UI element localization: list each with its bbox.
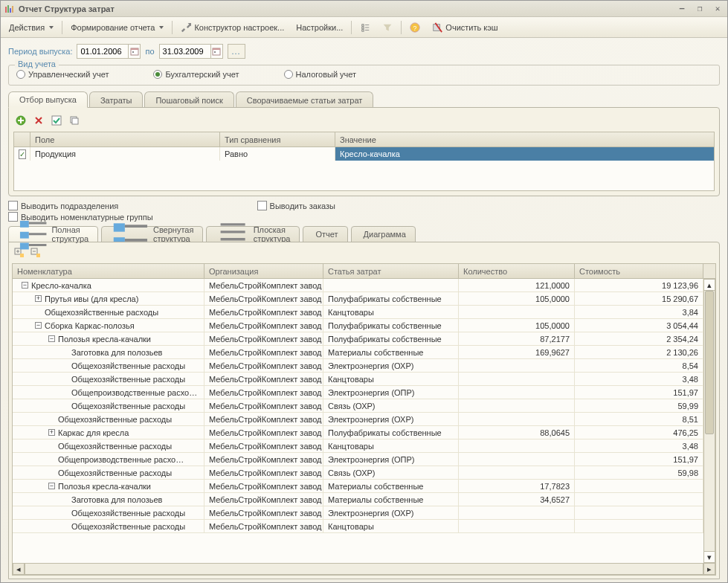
copy-button[interactable] — [67, 113, 82, 128]
cell-cost-item[interactable]: Канцтовары — [323, 373, 459, 385]
cell-organization[interactable]: МебельСтройКомплект завод — [204, 373, 323, 385]
cell-nomenclature[interactable]: −Сборка Каркас-полозья — [13, 319, 204, 332]
cell-quantity[interactable]: 105,0000 — [459, 319, 575, 332]
cell-organization[interactable]: МебельСтройКомплект завод — [204, 453, 323, 466]
filter-row-value[interactable]: Кресло-качалка — [335, 147, 714, 161]
cell-nomenclature[interactable]: Общепроизводственные расхо… — [13, 453, 204, 466]
cell-cost-item[interactable]: Материалы собственные — [323, 480, 459, 492]
collapse-icon[interactable]: − — [22, 282, 28, 289]
filter-row[interactable]: ✓ Продукция Равно Кресло-качалка — [14, 147, 714, 161]
table-row[interactable]: Заготовка для полозьевМебельСтройКомплек… — [13, 346, 703, 359]
cell-cost[interactable] — [575, 506, 703, 519]
cell-cost-item[interactable]: Полуфабрикаты собственные — [323, 292, 459, 305]
cell-organization[interactable]: МебельСтройКомплект завод — [204, 493, 323, 506]
cell-cost-item[interactable]: Электроэнергия (ОХР) — [323, 506, 459, 519]
cell-quantity[interactable]: 88,0645 — [459, 426, 575, 439]
table-row[interactable]: Общепроизводственные расхо…МебельСтройКо… — [13, 386, 703, 399]
expand-icon[interactable]: + — [35, 295, 42, 302]
cell-cost[interactable]: 2 354,24 — [575, 332, 703, 345]
cell-cost-item[interactable]: Электроэнергия (ОХР) — [323, 359, 459, 372]
cell-organization[interactable]: МебельСтройКомплект завод — [204, 466, 323, 479]
cell-cost-item[interactable]: Электроэнергия (ОХР) — [323, 413, 459, 425]
table-row[interactable]: Общехозяйственные расходыМебельСтройКомп… — [13, 506, 703, 520]
collapse-icon[interactable]: − — [35, 322, 42, 329]
cell-nomenclature[interactable]: Общепроизводственные расхо… — [13, 386, 204, 399]
table-row[interactable]: Общехозяйственные расходыМебельСтройКомп… — [13, 359, 703, 373]
table-row[interactable]: −Полозья кресла-качалкиМебельСтройКомпле… — [13, 332, 703, 346]
vertical-scrollbar[interactable]: ▴ ▾ — [703, 279, 715, 563]
cell-quantity[interactable]: 121,0000 — [459, 279, 575, 292]
calendar-icon[interactable] — [210, 45, 222, 58]
cell-cost-item[interactable]: Материалы собственные — [323, 346, 459, 358]
cell-cost-item[interactable]: Электроэнергия (ОПР) — [323, 453, 459, 466]
cell-nomenclature[interactable]: Общехозяйственные расходы — [13, 506, 204, 519]
cell-cost-item[interactable]: Полуфабрикаты собственные — [323, 319, 459, 332]
tab-search[interactable]: Пошаговый поиск — [144, 91, 233, 108]
table-row[interactable]: +Прутья ивы (для кресла)МебельСтройКомпл… — [13, 292, 703, 306]
checkbox-icon[interactable] — [8, 201, 18, 210]
cell-quantity[interactable] — [459, 506, 575, 519]
cell-cost-item[interactable]: Канцтовары — [323, 520, 459, 532]
cell-nomenclature[interactable]: Общехозяйственные расходы — [13, 413, 204, 425]
grid-header-nomenclature[interactable]: Номенклатура — [13, 264, 204, 278]
cell-cost-item[interactable]: Канцтовары — [323, 439, 459, 452]
cell-organization[interactable]: МебельСтройКомплект завод — [204, 332, 323, 345]
cell-cost-item[interactable]: Электроэнергия (ОПР) — [323, 386, 459, 399]
cell-nomenclature[interactable]: −Полозья кресла-качалки — [13, 332, 204, 345]
grid-header-quantity[interactable]: Количество — [459, 264, 575, 278]
filter-button[interactable] — [377, 19, 398, 36]
cell-cost[interactable]: 3 054,44 — [575, 319, 703, 332]
filter-header-comparison[interactable]: Тип сравнения — [220, 132, 335, 146]
cell-cost[interactable]: 2 130,26 — [575, 346, 703, 358]
grid-header-organization[interactable]: Организация — [204, 264, 323, 278]
collapse-icon[interactable]: − — [48, 335, 55, 342]
date-from-field[interactable] — [77, 44, 141, 59]
horizontal-scrollbar[interactable]: ◂ ▸ — [13, 563, 715, 575]
cell-cost[interactable]: 8,51 — [575, 413, 703, 425]
close-button[interactable]: ✕ — [711, 3, 724, 15]
filter-header-field[interactable]: Поле — [30, 132, 220, 146]
table-row[interactable]: Общехозяйственные расходыМебельСтройКомп… — [13, 306, 703, 319]
scroll-down-icon[interactable]: ▾ — [703, 551, 715, 563]
cell-cost[interactable]: 476,25 — [575, 426, 703, 439]
table-row[interactable]: −Сборка Каркас-полозьяМебельСтройКомплек… — [13, 319, 703, 332]
cell-nomenclature[interactable]: −Полозья кресла-качалки — [13, 480, 204, 492]
cell-nomenclature[interactable]: Общехозяйственные расходы — [13, 359, 204, 372]
cell-nomenclature[interactable]: Заготовка для полозьев — [13, 346, 204, 358]
cell-cost-item[interactable]: Полуфабрикаты собственные — [323, 332, 459, 345]
cell-quantity[interactable] — [459, 466, 575, 479]
cell-cost[interactable] — [575, 520, 703, 532]
cell-quantity[interactable] — [459, 359, 575, 372]
scroll-right-icon[interactable]: ▸ — [703, 563, 715, 575]
cell-organization[interactable]: МебельСтройКомплект завод — [204, 319, 323, 332]
tab-collapsed-structure[interactable]: Свернутая структура — [101, 226, 203, 242]
cell-cost[interactable]: 59,98 — [575, 466, 703, 479]
help-button[interactable]: ? — [405, 19, 425, 36]
scroll-left-icon[interactable]: ◂ — [13, 563, 25, 575]
cell-quantity[interactable] — [459, 439, 575, 452]
delete-button[interactable] — [31, 113, 46, 128]
clear-cache-button[interactable]: Очистить кэш — [427, 19, 503, 36]
table-row[interactable]: Общехозяйственные расходыМебельСтройКомп… — [13, 466, 703, 480]
table-row[interactable]: Общехозяйственные расходыМебельСтройКомп… — [13, 520, 703, 533]
table-row[interactable]: Общехозяйственные расходыМебельСтройКомп… — [13, 439, 703, 453]
cell-quantity[interactable] — [459, 413, 575, 425]
cell-cost[interactable]: 15 290,67 — [575, 292, 703, 305]
grid-header-cost[interactable]: Стоимость — [575, 264, 703, 278]
cell-cost-item[interactable]: Полуфабрикаты собственные — [323, 426, 459, 439]
cell-quantity[interactable]: 87,2177 — [459, 332, 575, 345]
cell-organization[interactable]: МебельСтройКомплект завод — [204, 292, 323, 305]
cell-quantity[interactable]: 17,7823 — [459, 480, 575, 492]
date-to-field[interactable] — [159, 44, 223, 59]
cell-nomenclature[interactable]: +Каркас для кресла — [13, 426, 204, 439]
restore-button[interactable]: ❐ — [693, 3, 706, 15]
cell-organization[interactable]: МебельСтройКомплект завод — [204, 520, 323, 532]
check-orders[interactable]: Выводить заказы — [257, 201, 335, 210]
cell-cost[interactable]: 59,99 — [575, 399, 703, 412]
settings-button[interactable]: Настройки... — [291, 19, 348, 36]
cell-nomenclature[interactable]: Общехозяйственные расходы — [13, 439, 204, 452]
cell-organization[interactable]: МебельСтройКомплект завод — [204, 480, 323, 492]
cell-organization[interactable]: МебельСтройКомплект завод — [204, 306, 323, 318]
collapse-icon[interactable]: − — [48, 483, 55, 489]
check-button[interactable] — [49, 113, 64, 128]
